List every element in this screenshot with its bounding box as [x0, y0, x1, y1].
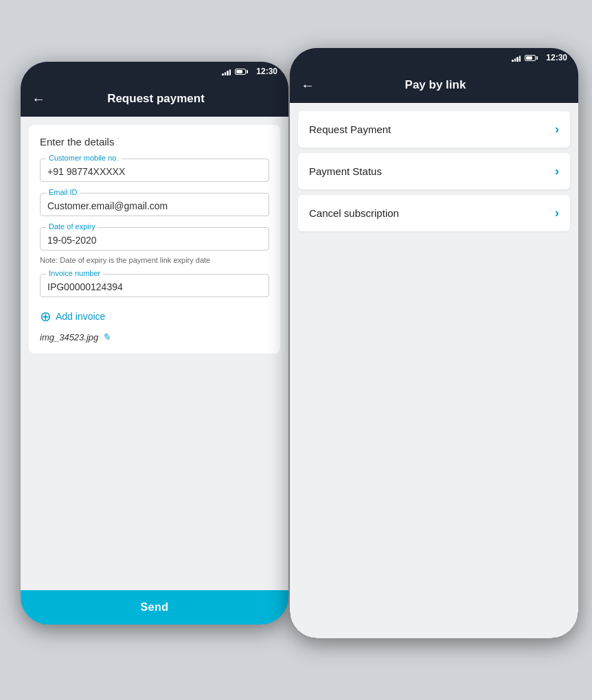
- expiry-label: Date of expiry: [46, 222, 98, 231]
- phone-pay-by-link: 12:30 ← Pay by link Request Payment › Pa…: [290, 48, 578, 638]
- edit-icon[interactable]: ✎: [102, 331, 111, 342]
- expiry-input[interactable]: Date of expiry 19-05-2020: [40, 227, 269, 250]
- battery-icon-phone2: [525, 55, 538, 61]
- phone-request-payment: 12:30 ← Request payment Enter the detail…: [21, 62, 288, 625]
- invoice-file-item: img_34523.jpg ✎: [40, 331, 269, 342]
- invoice-label: Invoice number: [46, 269, 103, 277]
- menu-list: Request Payment › Payment Status › Cance…: [290, 103, 578, 240]
- menu-item-label-1: Payment Status: [309, 165, 382, 177]
- mobile-label: Customer mobile no.: [46, 154, 122, 162]
- page-title-phone2: Pay by link: [323, 78, 548, 92]
- email-label: Email ID: [46, 188, 80, 196]
- signal-icon-phone1: [222, 67, 231, 75]
- time-display-phone1: 12:30: [256, 67, 277, 76]
- invoice-input[interactable]: Invoice number IPG00000124394: [40, 274, 269, 297]
- app-header-phone1: ← Request payment: [21, 81, 288, 117]
- add-circle-icon: ⊕: [40, 308, 52, 325]
- battery-icon-phone1: [235, 69, 248, 75]
- chevron-right-icon-0: ›: [555, 122, 559, 137]
- expiry-value: 19-05-2020: [47, 235, 262, 246]
- time-display-phone2: 12:30: [546, 53, 567, 62]
- expiry-note: Note: Date of expiry is the payment link…: [40, 256, 269, 264]
- invoice-filename: img_34523.jpg: [40, 332, 98, 342]
- email-value: Customer.email@gmail.com: [47, 200, 262, 211]
- form-section-title: Enter the details: [40, 136, 269, 148]
- chevron-right-icon-2: ›: [555, 206, 559, 220]
- screen-content-phone1: Enter the details Customer mobile no. +9…: [21, 117, 288, 625]
- status-bar-phone1: 12:30: [21, 62, 288, 81]
- send-button[interactable]: Send: [21, 590, 288, 625]
- add-invoice-label: Add invoice: [56, 311, 105, 322]
- menu-item-cancel-subscription[interactable]: Cancel subscription ›: [298, 195, 570, 231]
- invoice-value: IPG00000124394: [47, 281, 262, 292]
- menu-item-payment-status[interactable]: Payment Status ›: [298, 153, 570, 189]
- email-input[interactable]: Email ID Customer.email@gmail.com: [40, 193, 269, 216]
- form-container: Enter the details Customer mobile no. +9…: [29, 125, 280, 353]
- back-button-phone2[interactable]: ←: [301, 78, 315, 93]
- add-invoice-button[interactable]: ⊕ Add invoice: [40, 308, 269, 325]
- page-title-phone1: Request payment: [54, 92, 258, 106]
- chevron-right-icon-1: ›: [555, 164, 559, 178]
- screen-content-phone2: Request Payment › Payment Status › Cance…: [290, 103, 578, 638]
- signal-icon-phone2: [512, 54, 521, 62]
- app-header-phone2: ← Pay by link: [290, 67, 578, 103]
- menu-item-request-payment[interactable]: Request Payment ›: [298, 111, 570, 148]
- mobile-input[interactable]: Customer mobile no. +91 98774XXXXX: [40, 159, 269, 182]
- back-button-phone1[interactable]: ←: [32, 91, 45, 107]
- mobile-value: +91 98774XXXXX: [47, 166, 262, 177]
- menu-item-label-0: Request Payment: [309, 124, 391, 135]
- status-bar-phone2: 12:30: [290, 48, 578, 67]
- menu-item-label-2: Cancel subscription: [309, 207, 399, 219]
